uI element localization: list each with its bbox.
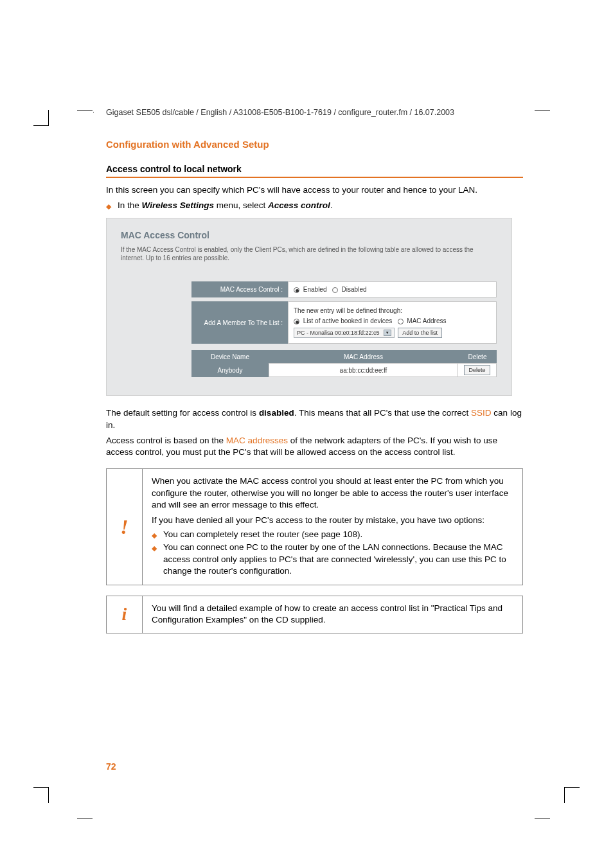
warn-bullet-2: ◆ You can connect one PC to the router b…	[152, 542, 513, 577]
mac-table: Device Name MAC Address Delete Anybody a…	[191, 350, 497, 377]
menu-name: Wireless Settings	[142, 200, 214, 210]
device-select-value: PC - Monalisa 00:e0:18:fd:22:c5	[297, 330, 380, 336]
disabled-label: Disabled	[342, 286, 367, 293]
chevron-down-icon: ▾	[384, 330, 391, 336]
mac-address-label: MAC Address	[407, 317, 446, 324]
th-device-name: Device Name	[191, 353, 269, 360]
td-mac-address: aa:bb:cc:dd:ee:ff	[269, 363, 458, 377]
mac-access-panel: MAC Access Control If the MAC Access Con…	[106, 218, 512, 396]
ssid-link[interactable]: SSID	[471, 408, 492, 418]
add-to-list-button[interactable]: Add to the list	[398, 328, 442, 338]
default-setting-text: The default setting for access control i…	[106, 407, 523, 430]
warning-box: ! When you activate the MAC access contr…	[106, 468, 523, 585]
diamond-icon: ◆	[152, 531, 157, 540]
diamond-icon: ◆	[152, 544, 157, 553]
mac-control-row: MAC Access Control : Enabled Disabled	[191, 281, 497, 297]
table-header: Device Name MAC Address Delete	[191, 350, 497, 363]
td-device-name: Anybody	[191, 363, 269, 377]
list-devices-label: List of active booked in devices	[303, 317, 392, 324]
menu-instruction: ◆ In the Wireless Settings menu, select …	[106, 200, 523, 211]
menu-item: Access control	[268, 200, 330, 210]
warn-bullet-1: ◆ You can completely reset the router (s…	[152, 529, 513, 540]
info-text: You will find a detailed example of how …	[143, 596, 522, 632]
device-select[interactable]: PC - Monalisa 00:e0:18:fd:22:c5 ▾	[294, 328, 395, 338]
th-mac-address: MAC Address	[269, 353, 458, 360]
info-icon: i	[107, 596, 143, 632]
text: In the	[118, 200, 142, 210]
warn-p2: If you have denied all your PC's access …	[152, 515, 513, 526]
list-devices-radio[interactable]	[294, 319, 299, 324]
enabled-label: Enabled	[303, 286, 327, 293]
warn-p1: When you activate the MAC access control…	[152, 475, 513, 511]
disabled-radio[interactable]	[332, 287, 338, 293]
panel-title: MAC Access Control	[121, 230, 497, 240]
th-delete: Delete	[458, 353, 497, 360]
entry-defined-text: The new entry will be defined through:	[294, 307, 491, 314]
diamond-icon: ◆	[106, 202, 111, 211]
mac-address-radio[interactable]	[398, 319, 404, 324]
add-member-label: Add A Member To The List :	[191, 301, 288, 344]
divider	[106, 177, 523, 178]
info-box: i You will find a detailed example of ho…	[106, 596, 523, 633]
sub-title: Access control to local network	[106, 164, 523, 174]
mac-addresses-link[interactable]: MAC addresses	[226, 436, 288, 445]
delete-button[interactable]: Delete	[464, 365, 490, 375]
add-member-row: Add A Member To The List : The new entry…	[191, 301, 497, 344]
access-control-text: Access control is based on the MAC addre…	[106, 435, 523, 458]
section-title: Configuration with Advanced Setup	[106, 139, 523, 150]
text: .	[330, 200, 333, 210]
mac-control-label: MAC Access Control :	[191, 281, 288, 297]
exclamation-icon: !	[107, 469, 143, 585]
page-number: 72	[106, 761, 116, 772]
doc-path: Gigaset SE505 dsl/cable / English / A310…	[106, 108, 523, 117]
enabled-radio[interactable]	[294, 287, 299, 293]
text: menu, select	[214, 200, 268, 210]
table-row: Anybody aa:bb:cc:dd:ee:ff Delete	[191, 363, 497, 377]
intro-text: In this screen you can specify which PC'…	[106, 184, 523, 196]
panel-description: If the MAC Access Control is enabled, on…	[121, 245, 497, 262]
